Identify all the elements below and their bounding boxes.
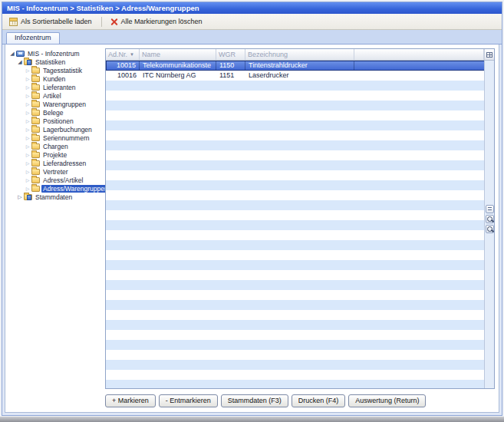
scrollbar-strip[interactable] — [484, 61, 494, 388]
cell — [354, 61, 494, 71]
table-row-empty[interactable] — [106, 120, 494, 130]
table-row-empty[interactable] — [106, 190, 494, 200]
table-row-empty[interactable] — [106, 110, 494, 120]
tree-item-positionen[interactable]: ▷Positionen — [8, 117, 105, 125]
table-row-empty[interactable] — [106, 270, 494, 280]
cell — [140, 230, 216, 240]
expand-icon[interactable]: ▷ — [17, 194, 23, 200]
column-header-wgr[interactable]: WGR — [216, 49, 245, 60]
table-row-empty[interactable] — [106, 130, 494, 140]
cell — [106, 260, 140, 270]
auswertung-return-button[interactable]: Auswertung (Return) — [348, 394, 426, 407]
tree-item-adress-artikel[interactable]: ▷Adress/Artikel — [8, 176, 105, 184]
drucken-f4-button[interactable]: Drucken (F4) — [292, 394, 346, 407]
tree-item-artikel[interactable]: ▷Artikel — [8, 91, 105, 100]
table-row-empty[interactable] — [106, 91, 494, 101]
table-row-empty[interactable] — [106, 260, 494, 270]
table-row-empty[interactable] — [106, 150, 494, 160]
column-header-name[interactable]: Name — [140, 49, 216, 60]
cell — [245, 91, 354, 101]
table-row-empty[interactable] — [106, 220, 494, 230]
load-sort-table-button[interactable]: Als Sortiertabelle laden — [5, 15, 97, 28]
column-header-bezeichnung[interactable]: Bezeichnung — [245, 49, 354, 60]
stammdaten-f3-button[interactable]: Stammdaten (F3) — [221, 394, 288, 407]
column-chooser-button[interactable] — [484, 49, 494, 60]
tree-item-mis-infozentrum[interactable]: ◢MIS - Infozentrum — [8, 49, 105, 58]
tree-item-label: Projekte — [41, 151, 68, 159]
column-header-ad-nr[interactable]: Ad.Nr.▼ — [106, 49, 140, 60]
cell: Laserdrucker — [245, 71, 354, 81]
tree-item-lagerbuchungen[interactable]: ▷Lagerbuchungen — [8, 125, 105, 134]
cell — [245, 130, 354, 140]
table-row[interactable]: 10016ITC Nürnberg AG1151Laserdrucker — [106, 71, 494, 81]
table-row-empty[interactable] — [106, 170, 494, 180]
leaf-arrow-icon: ▷ — [25, 118, 31, 124]
table-row-empty[interactable] — [106, 240, 494, 250]
table-row-empty[interactable] — [106, 81, 494, 91]
tree-item-belege[interactable]: ▷Belege — [8, 108, 105, 117]
tree-item-stammdaten[interactable]: ▷Stammdaten — [8, 193, 105, 201]
table-row-empty[interactable] — [106, 380, 494, 388]
tree-item-warengruppen[interactable]: ▷Warengruppen — [8, 100, 105, 108]
entmarkieren-button[interactable]: - Entmarkieren — [159, 394, 218, 407]
table-row-empty[interactable] — [106, 290, 494, 300]
table-row-empty[interactable] — [106, 280, 494, 290]
tree-item-kunden[interactable]: ▷Kunden — [8, 74, 105, 83]
tree-item-projekte[interactable]: ▷Projekte — [8, 150, 105, 159]
tree-item-tagesstatistik[interactable]: ▷Tagesstatistik — [8, 66, 105, 74]
table-row-empty[interactable] — [106, 250, 494, 260]
column-header-filler[interactable] — [354, 49, 484, 60]
cell — [216, 91, 245, 101]
table-row-empty[interactable] — [106, 340, 494, 350]
table-row-empty[interactable] — [106, 200, 494, 210]
zoom-button[interactable] — [486, 215, 494, 223]
load-sort-table-button-label: Als Sortiertabelle laden — [21, 18, 92, 25]
tree-item-seriennummern[interactable]: ▷Seriennummern — [8, 134, 105, 142]
tab-infozentrum[interactable]: Infozentrum — [6, 32, 60, 44]
tree-item-lieferadressen[interactable]: ▷Lieferadressen — [8, 159, 105, 167]
cell — [140, 180, 216, 190]
cell — [140, 290, 216, 300]
table-row-empty[interactable] — [106, 101, 494, 110]
cell — [216, 170, 245, 180]
grid-body: 10015Telekommunikationste1150Tintenstrah… — [106, 61, 494, 388]
cell — [216, 320, 245, 330]
cell — [216, 360, 245, 370]
cell — [354, 140, 494, 150]
cell — [140, 300, 216, 310]
table-row-empty[interactable] — [106, 180, 494, 190]
table-row-empty[interactable] — [106, 320, 494, 330]
table-row-empty[interactable] — [106, 160, 494, 170]
leaf-arrow-icon: ▷ — [25, 177, 31, 183]
tree-item-label: Adress/Artikel — [41, 176, 84, 184]
table-row-empty[interactable] — [106, 330, 494, 340]
tree-item-chargen[interactable]: ▷Chargen — [8, 142, 105, 150]
table-row[interactable]: 10015Telekommunikationste1150Tintenstrah… — [106, 61, 494, 71]
cell — [140, 81, 216, 91]
search-button[interactable] — [486, 225, 494, 233]
table-row-empty[interactable] — [106, 350, 494, 360]
cell — [140, 250, 216, 260]
tree-item-adress-warengruppen[interactable]: ▷Adress/Warengruppen — [8, 184, 105, 193]
clear-marks-button[interactable]: Alle Markierungen löschen — [106, 15, 208, 28]
cell — [245, 250, 354, 260]
red-x-icon — [110, 18, 118, 26]
table-row-empty[interactable] — [106, 230, 494, 240]
cell — [106, 330, 140, 340]
tree-item-lieferanten[interactable]: ▷Lieferanten — [8, 83, 105, 91]
cell: 1151 — [216, 71, 245, 81]
table-row-empty[interactable] — [106, 300, 494, 310]
cell — [140, 110, 216, 120]
table-row-empty[interactable] — [106, 210, 494, 220]
tree-item-statistiken[interactable]: ◢Statistiken — [8, 58, 105, 66]
tree-item-vertreter[interactable]: ▷Vertreter — [8, 167, 105, 176]
collapse-icon[interactable]: ◢ — [17, 59, 23, 65]
table-row-empty[interactable] — [106, 140, 494, 150]
table-row-empty[interactable] — [106, 360, 494, 370]
table-row-empty[interactable] — [106, 370, 494, 380]
table-row-empty[interactable] — [106, 310, 494, 320]
markieren-button[interactable]: + Markieren — [105, 394, 156, 407]
collapse-icon[interactable]: ◢ — [9, 51, 15, 57]
grip-button[interactable] — [486, 205, 494, 213]
title-bar[interactable]: MIS - Infozentrum > Statistiken > Adress… — [2, 2, 502, 14]
